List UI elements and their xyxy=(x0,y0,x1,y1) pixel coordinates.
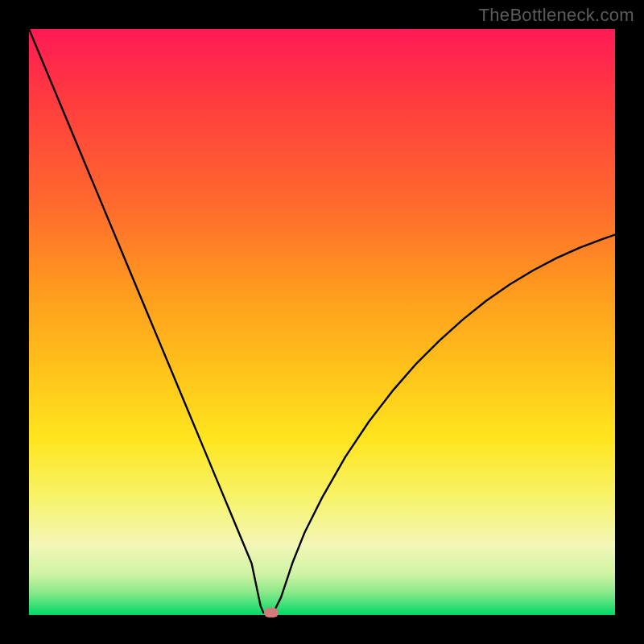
watermark-text: TheBottleneck.com xyxy=(479,5,634,26)
curve-svg xyxy=(29,29,615,615)
bottleneck-curve xyxy=(29,29,615,613)
plot-area xyxy=(29,29,615,615)
optimal-point-marker xyxy=(264,608,279,617)
chart-frame: TheBottleneck.com xyxy=(0,0,644,644)
